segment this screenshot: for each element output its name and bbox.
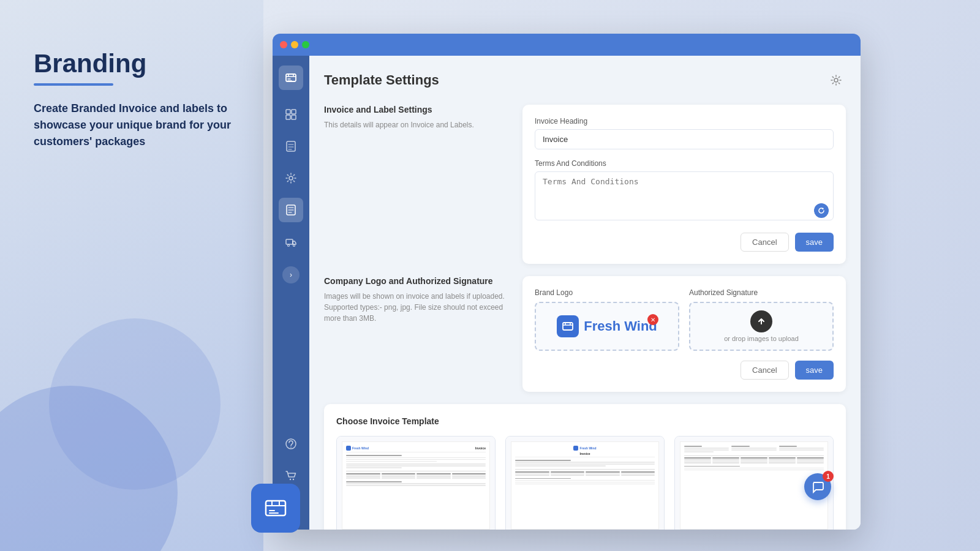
template-section: Choose Invoice Template Fresh Wind <box>324 404 846 530</box>
svg-point-10 <box>288 245 290 247</box>
branding-description: Create Branded Invoice and labels to sho… <box>34 100 236 150</box>
company-logo-icon <box>557 315 579 337</box>
svg-point-13 <box>290 447 292 448</box>
remove-logo-button[interactable]: ✕ <box>647 314 658 325</box>
svg-rect-4 <box>286 115 290 119</box>
window-body: › <box>273 56 861 530</box>
svg-rect-5 <box>292 115 296 119</box>
branding-underline <box>34 83 113 86</box>
svg-point-14 <box>290 479 291 480</box>
brand-logo-desc: Images will be shown on invoice and labe… <box>324 291 508 324</box>
sig-label: Authorized Signature <box>689 288 834 297</box>
title-bar <box>273 34 861 56</box>
upload-drop-text: or drop images to upload <box>724 335 799 342</box>
templates-row: Fresh Wind Invoice <box>336 436 834 530</box>
svg-rect-2 <box>286 110 290 114</box>
sidebar-item-logo[interactable] <box>279 66 303 90</box>
sidebar-item-branding[interactable] <box>279 198 303 222</box>
brand-logo-title: Company Logo and Authorized Signature <box>324 276 508 286</box>
left-content: Branding Create Branded Invoice and labe… <box>34 49 236 150</box>
svg-point-7 <box>289 176 293 180</box>
invoice-cancel-button[interactable]: Cancel <box>741 233 788 252</box>
svg-point-15 <box>293 479 294 480</box>
brand-logo-label: Brand Logo <box>535 288 679 297</box>
invoice-heading-label: Invoice Heading <box>535 117 834 126</box>
sig-upload-box[interactable]: or drop images to upload <box>689 302 834 351</box>
template-preview-1: Fresh Wind Invoice <box>337 437 495 530</box>
signature-area: Authorized Signature or drop images to u… <box>689 288 834 351</box>
invoice-settings-desc: This details will appear on Invoice and … <box>324 119 508 130</box>
invoice-settings-left: Invoice and Label Settings This details … <box>324 105 508 264</box>
terms-textarea-wrapper <box>535 171 834 223</box>
svg-rect-3 <box>292 110 296 114</box>
svg-point-11 <box>293 245 295 247</box>
invoice-settings-section: Invoice and Label Settings This details … <box>324 105 846 264</box>
invoice-settings-title: Invoice and Label Settings <box>324 105 508 114</box>
brand-logo-upload-box[interactable]: Fresh Wind ✕ <box>535 302 679 351</box>
company-name-text: Fresh Wind <box>584 318 657 334</box>
invoice-card-actions: Cancel save <box>535 233 834 252</box>
bottom-box-icon <box>251 484 300 533</box>
upload-arrow-icon <box>750 310 772 332</box>
invoice-heading-input[interactable] <box>535 129 834 149</box>
sig-upload-content: or drop images to upload <box>724 310 799 342</box>
sidebar-item-grid[interactable] <box>279 102 303 127</box>
brand-logo-section: Company Logo and Authorized Signature Im… <box>324 276 846 392</box>
svg-rect-6 <box>287 141 295 151</box>
page-title: Template Settings <box>324 72 439 88</box>
svg-rect-9 <box>286 239 293 244</box>
main-content: Template Settings Invoice and Label Sett… <box>309 56 861 530</box>
brand-logo-card-actions: Cancel save <box>535 361 834 380</box>
invoice-save-button[interactable]: save <box>795 233 834 252</box>
branding-title: Branding <box>34 49 236 78</box>
brand-cancel-button[interactable]: Cancel <box>741 361 788 380</box>
refresh-icon[interactable] <box>814 203 829 218</box>
content-header: Template Settings <box>324 70 846 90</box>
sidebar-item-orders[interactable] <box>279 134 303 159</box>
svg-rect-17 <box>563 323 573 330</box>
template-item-2[interactable]: Fresh Wind Invoice <box>505 436 665 530</box>
sidebar-item-settings[interactable] <box>279 166 303 190</box>
invoice-settings-card: Invoice Heading Terms And Conditions <box>522 105 846 264</box>
template-preview-2: Fresh Wind Invoice <box>506 437 664 530</box>
sidebar-item-shipping[interactable] <box>279 230 303 254</box>
chat-button[interactable]: 1 <box>804 473 831 500</box>
sidebar: › <box>273 56 309 530</box>
brand-logo-left: Company Logo and Authorized Signature Im… <box>324 276 508 392</box>
template-section-title: Choose Invoice Template <box>336 416 834 426</box>
minimize-button[interactable] <box>291 41 298 48</box>
chevron-right-icon: › <box>290 271 292 279</box>
chat-badge: 1 <box>823 471 834 482</box>
svg-point-16 <box>834 78 838 82</box>
maximize-button[interactable] <box>302 41 309 48</box>
svg-rect-1 <box>286 74 296 81</box>
sidebar-collapse-button[interactable]: › <box>282 266 300 283</box>
brand-logo-card: Brand Logo <box>522 276 846 392</box>
settings-gear-button[interactable] <box>826 70 846 90</box>
template-item-1[interactable]: Fresh Wind Invoice <box>336 436 496 530</box>
logo-preview-wrapper: Fresh Wind ✕ <box>557 315 657 337</box>
brand-logo-area: Brand Logo <box>535 288 679 351</box>
terms-label: Terms And Conditions <box>535 159 834 168</box>
sidebar-item-support[interactable] <box>279 432 303 456</box>
logo-sig-row: Brand Logo <box>535 288 834 351</box>
terms-textarea[interactable] <box>535 171 834 220</box>
brand-save-button[interactable]: save <box>795 361 834 380</box>
logo-preview: Fresh Wind <box>557 315 657 337</box>
logo-preview-content: Fresh Wind ✕ <box>557 315 657 337</box>
main-window: › <box>273 34 861 530</box>
mini-invoice-2: Fresh Wind Invoice <box>511 441 659 530</box>
close-button[interactable] <box>280 41 287 48</box>
mini-invoice-1: Fresh Wind Invoice <box>342 441 490 530</box>
